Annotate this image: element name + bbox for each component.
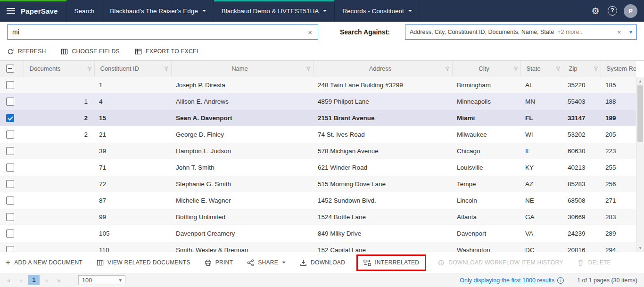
menu-icon[interactable] [7,8,15,14]
delete-button[interactable]: DELETE [577,259,611,266]
cell-checkbox [0,93,24,110]
download-workflow-item-history-button[interactable]: DOWNLOAD WORKFLOW ITEM HISTORY [438,259,563,266]
clear-search-against-icon[interactable]: × [613,29,625,36]
host-system-label: Blackbaud's The Raiser's Edge [110,8,198,15]
scrollbar-thumb[interactable] [637,85,643,142]
environment-dropdown[interactable]: Blackbaud Demo & HVTEST51HA [214,0,335,22]
cell-constituent-id: 4 [94,93,171,110]
row-checkbox[interactable] [6,213,14,221]
cell-zip: 60630 [563,143,601,159]
next-page-button[interactable]: › [41,277,53,284]
column-header-documents[interactable]: Documents [24,61,94,77]
scroll-up-icon[interactable]: ▲ [636,77,644,85]
print-button[interactable]: PRINT [205,259,233,266]
cell-constituent-id: 105 [94,225,171,242]
row-checkbox[interactable] [6,98,14,106]
column-header-name[interactable]: Name [171,61,313,77]
choose-fields-button[interactable]: CHOOSE FIELDS [61,48,119,55]
column-header-system-record-id[interactable]: System Record ID [601,61,636,77]
host-system-dropdown[interactable]: Blackbaud's The Raiser's Edge [102,0,214,22]
help-icon[interactable]: ? [604,0,621,22]
filter-icon[interactable] [513,66,518,71]
current-page-button[interactable]: 1 [28,275,40,285]
search-against-dropdown[interactable]: Address, City, Constituent ID, Documents… [405,25,637,40]
download-button[interactable]: DOWNLOAD [300,259,345,266]
first-page-button[interactable]: « [3,277,15,284]
filter-icon[interactable] [87,66,92,71]
filter-icon[interactable] [594,66,598,71]
cell-address: 578 Michigan Avenue [313,143,452,159]
column-header-zip[interactable]: Zip [563,61,601,77]
cell-system-record-id: 188 [601,93,636,110]
column-header-city[interactable]: City [452,61,520,77]
filter-icon[interactable] [306,66,311,71]
share-button[interactable]: SHARE [247,259,286,266]
filter-icon[interactable] [556,66,561,71]
row-checkbox[interactable] [6,230,14,238]
select-all-checkbox[interactable] [6,65,14,73]
table-row[interactable]: 71 John T. Smith 621 Winder Road Louisvi… [0,159,636,176]
vertical-scrollbar[interactable]: ▲ ▼ [636,77,644,252]
table-row[interactable]: 105 Davenport Creamery 849 Milky Drive D… [0,225,636,242]
table-row[interactable]: 1 Joseph P. Diresta 248 Twin Lane Buildi… [0,77,636,93]
records-type-dropdown[interactable]: Records - Constituent [335,0,420,22]
table-row[interactable]: 110 Smith, Wesley & Brennan 152 Capital … [0,242,636,252]
row-checkbox[interactable] [6,131,14,139]
scroll-down-icon[interactable]: ▼ [636,244,644,252]
clear-search-icon[interactable]: × [302,28,318,36]
cell-zip: 30669 [563,209,601,225]
row-checkbox[interactable] [6,147,14,155]
download-icon [300,259,307,266]
cell-system-record-id: 185 [601,77,636,93]
pagination-bar: « ‹ 1 › » 100 ▾ Only displaying the firs… [0,273,644,287]
table-row[interactable]: 99 Bottling Unlimited 1524 Bottle Lane A… [0,209,636,225]
tab-search[interactable]: Search [67,0,103,22]
column-header-state[interactable]: State [520,61,563,77]
cell-city: Atlanta [452,209,520,225]
cell-system-record-id: 289 [601,225,636,242]
cell-system-record-id: 256 [601,176,636,192]
view-related-documents-button[interactable]: VIEW RELATED DOCUMENTS [97,259,190,266]
row-checkbox[interactable] [6,180,14,188]
add-new-document-button[interactable]: + ADD A NEW DOCUMENT [6,259,83,266]
row-checkbox[interactable] [6,246,14,252]
cell-city: Washington [452,242,520,252]
cell-address: 515 Morning Dove Lane [313,176,452,192]
last-page-button[interactable]: » [53,277,65,284]
action-label: VIEW RELATED DOCUMENTS [107,259,190,266]
cell-state: IL [520,143,563,159]
page-size-select[interactable]: 100 ▾ [78,275,125,285]
user-avatar[interactable]: P [624,4,637,18]
results-limit-link[interactable]: Only displaying the first 1000 results [460,277,554,284]
results-grid: Documents Constituent ID Name Address Ci… [0,60,644,252]
filter-icon[interactable] [445,66,450,71]
row-checkbox[interactable] [6,197,14,205]
prev-page-button[interactable]: ‹ [15,277,27,284]
table-row[interactable]: 87 Michelle E. Wagner 1452 Sundown Blvd.… [0,192,636,209]
chevron-down-icon[interactable]: ▾ [625,25,636,39]
table-row[interactable]: 72 Stephanie G. Smith 515 Morning Dove L… [0,176,636,192]
search-input-wrapper: × [7,25,318,40]
table-row[interactable]: 2 15 Sean A. Davenport 2151 Brant Avenue… [0,110,636,126]
pager-right-section: Only displaying the first 1000 results i… [460,277,637,284]
info-icon[interactable]: i [557,277,564,284]
cell-system-record-id: 199 [601,110,636,126]
column-header-address[interactable]: Address [313,61,452,77]
cell-documents: 2 [24,126,94,143]
cell-documents [24,176,94,192]
row-checkbox[interactable] [6,164,14,172]
table-row[interactable]: 39 Hampton L. Judson 578 Michigan Avenue… [0,143,636,159]
filter-icon[interactable] [164,66,169,71]
table-row[interactable]: 1 4 Allison E. Andrews 4859 Philpot Lane… [0,93,636,110]
column-header-constituent-id[interactable]: Constituent ID [94,61,171,77]
row-checkbox[interactable] [6,114,14,122]
table-row[interactable]: 2 21 George D. Finley 74 St. Ives Road M… [0,126,636,143]
refresh-icon [7,48,14,55]
search-input[interactable] [8,28,302,36]
settings-gear-icon[interactable]: ⚙ [587,0,604,22]
export-to-excel-button[interactable]: EXPORT TO EXCEL [135,48,200,55]
row-checkbox[interactable] [6,81,14,89]
interrelated-button[interactable]: INTERRELATED [363,259,419,266]
action-label: PRINT [215,259,233,266]
refresh-button[interactable]: REFRESH [7,48,46,55]
